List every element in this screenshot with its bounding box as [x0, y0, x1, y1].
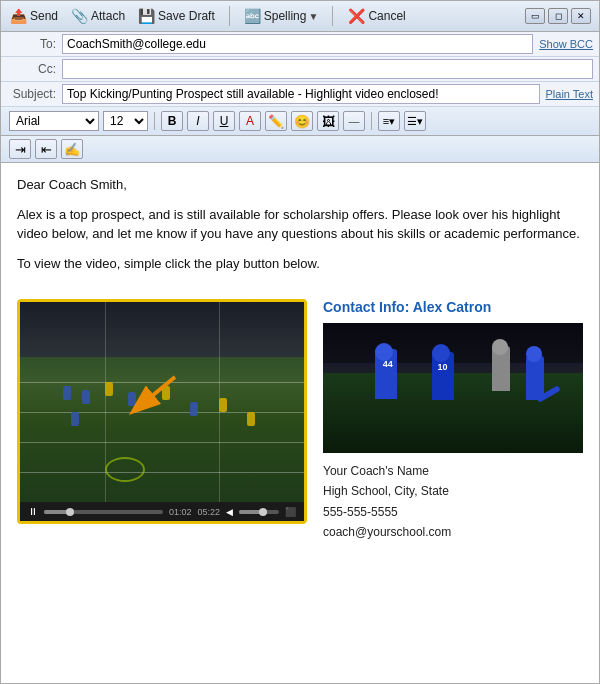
player-2	[82, 390, 90, 404]
text-color-button[interactable]: A	[239, 111, 261, 131]
progress-bar[interactable]	[44, 510, 163, 514]
player-8	[71, 412, 79, 426]
svg-line-1	[135, 377, 175, 410]
photo-helmet-2	[432, 344, 450, 362]
subject-input[interactable]	[62, 84, 540, 104]
to-label: To:	[7, 37, 62, 51]
save-draft-icon: 💾	[137, 8, 155, 24]
underline-button[interactable]: U	[213, 111, 235, 131]
highlight-button[interactable]: ✏️	[265, 111, 287, 131]
format-separator	[154, 112, 155, 130]
yard-line-4	[20, 472, 304, 473]
to-row: To: Show BCC	[1, 32, 599, 57]
font-size-select[interactable]: 12	[103, 111, 148, 131]
volume-icon[interactable]: ◀	[226, 507, 233, 517]
list-button[interactable]: ☰▾	[404, 111, 426, 131]
cc-row: Cc:	[1, 57, 599, 82]
contact-title: Contact Info: Alex Catron	[323, 299, 583, 315]
cc-input[interactable]	[62, 59, 593, 79]
font-family-select[interactable]: Arial	[9, 111, 99, 131]
player-1	[63, 386, 71, 400]
video-screen	[20, 302, 304, 502]
progress-knob[interactable]	[66, 508, 74, 516]
italic-button[interactable]: I	[187, 111, 209, 131]
cancel-icon: ❌	[347, 8, 365, 24]
show-bcc-button[interactable]: Show BCC	[539, 38, 593, 50]
main-toolbar: 📤 Send 📎 Attach 💾 Save Draft 🔤 Spelling …	[1, 1, 599, 32]
window-close[interactable]: ✕	[571, 8, 591, 24]
align-button[interactable]: ≡▾	[378, 111, 400, 131]
spelling-dropdown-arrow[interactable]: ▼	[308, 11, 318, 22]
bold-button[interactable]: B	[161, 111, 183, 131]
attach-button[interactable]: 📎 Attach	[70, 8, 125, 24]
contact-photo: 44 10	[323, 323, 583, 453]
contact-details: Your Coach's Name High School, City, Sta…	[323, 461, 583, 543]
circle-marker	[105, 457, 145, 482]
jersey-number-1: 44	[383, 359, 393, 369]
hr-button[interactable]: —	[343, 111, 365, 131]
volume-knob[interactable]	[259, 508, 267, 516]
contact-info-section: Contact Info: Alex Catron 44 10	[323, 299, 583, 543]
indent-button[interactable]: ⇥	[9, 139, 31, 159]
contact-email: coach@yourschool.com	[323, 522, 583, 542]
current-time: 01:02	[169, 507, 192, 517]
cc-label: Cc:	[7, 62, 62, 76]
format-toolbar: Arial 12 B I U A ✏️ 😊 🖼 — ≡▾ ☰▾	[1, 107, 599, 136]
player-9	[247, 412, 255, 426]
image-button[interactable]: 🖼	[317, 111, 339, 131]
attach-icon: 📎	[70, 8, 88, 24]
pause-button[interactable]: ⏸	[28, 506, 38, 517]
outdent-button[interactable]: ⇤	[35, 139, 57, 159]
total-time: 05:22	[197, 507, 220, 517]
video-controls: ⏸ 01:02 05:22 ◀ ⬛	[20, 502, 304, 521]
format-toolbar2: ⇥ ⇤ ✍️	[1, 136, 599, 163]
plain-text-button[interactable]: Plain Text	[546, 88, 594, 100]
window-minimize[interactable]: ▭	[525, 8, 545, 24]
emoji-button[interactable]: 😊	[291, 111, 313, 131]
to-input[interactable]	[62, 34, 533, 54]
body-para1: Alex is a top prospect, and is still ava…	[17, 205, 583, 244]
subject-row: Subject: Plain Text	[1, 82, 599, 107]
greeting-text: Dear Coach Smith,	[17, 175, 583, 195]
player-6	[190, 402, 198, 416]
cancel-button[interactable]: ❌ Cancel	[347, 8, 405, 24]
content-area: ⏸ 01:02 05:22 ◀ ⬛ Contact Info: Alex Cat…	[1, 295, 599, 559]
window-controls: ▭ ◻ ✕	[525, 8, 591, 24]
highlight-arrow	[105, 372, 185, 422]
send-button[interactable]: 📤 Send	[9, 8, 58, 24]
spelling-icon: 🔤	[244, 8, 262, 24]
format-separator2	[371, 112, 372, 130]
send-icon: 📤	[9, 8, 27, 24]
toolbar-separator2	[332, 6, 333, 26]
photo-scene: 44 10	[323, 323, 583, 453]
volume-bar[interactable]	[239, 510, 279, 514]
photo-helmet-1	[375, 343, 393, 361]
jersey-number-2: 10	[437, 362, 447, 372]
subject-label: Subject:	[7, 87, 62, 101]
signature-button[interactable]: ✍️	[61, 139, 83, 159]
toolbar-separator	[229, 6, 230, 26]
window-restore[interactable]: ◻	[548, 8, 568, 24]
body-para2: To view the video, simple click the play…	[17, 254, 583, 274]
yard-line-3	[20, 442, 304, 443]
crowd-area	[20, 302, 304, 357]
player-7	[219, 398, 227, 412]
fullscreen-button[interactable]: ⬛	[285, 507, 296, 517]
contact-name: Your Coach's Name	[323, 461, 583, 481]
spelling-button[interactable]: 🔤 Spelling ▼	[244, 8, 319, 24]
contact-phone: 555-555-5555	[323, 502, 583, 522]
video-player[interactable]: ⏸ 01:02 05:22 ◀ ⬛	[17, 299, 307, 524]
contact-school: High School, City, State	[323, 481, 583, 501]
photo-kicker	[526, 356, 544, 400]
email-body: Dear Coach Smith, Alex is a top prospect…	[1, 163, 599, 295]
photo-ref-head	[492, 339, 508, 355]
save-draft-button[interactable]: 💾 Save Draft	[137, 8, 215, 24]
